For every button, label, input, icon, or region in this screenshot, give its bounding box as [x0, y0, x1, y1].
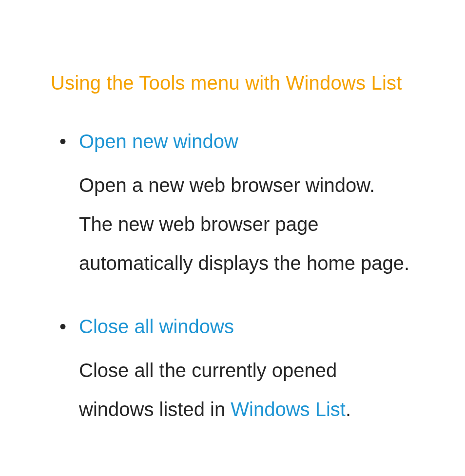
item-desc-text: Open a new web browser window. The new w…	[79, 174, 409, 274]
document-page: Using the Tools menu with Windows List O…	[0, 0, 465, 429]
options-list: Open new window Open a new web browser w…	[51, 122, 416, 429]
item-title: Open new window	[79, 122, 416, 161]
list-item: Close all windows Close all the currentl…	[59, 307, 416, 429]
list-item: Open new window Open a new web browser w…	[59, 122, 416, 283]
item-desc-tail: .	[346, 399, 351, 420]
section-heading: Using the Tools menu with Windows List	[51, 63, 416, 102]
inline-link[interactable]: Windows List	[231, 399, 346, 420]
item-description: Open a new web browser window. The new w…	[79, 166, 416, 283]
item-description: Close all the currently opened windows l…	[79, 351, 416, 429]
item-title: Close all windows	[79, 307, 416, 346]
